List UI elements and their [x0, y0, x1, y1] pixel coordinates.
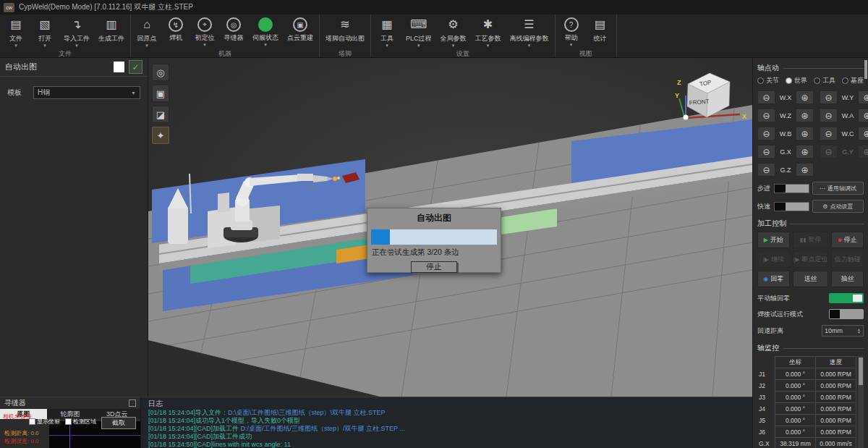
- axis-minus-button-gz[interactable]: ⊖: [757, 163, 775, 177]
- axis-plus-button-gz[interactable]: ⊕: [796, 163, 814, 177]
- camera-status-text: 相机未连接: [3, 413, 32, 420]
- viewport-3d[interactable]: TOP FRONT Z Y X ◎▣◪✦ 自动出图 正在尝试生成第 3/20 条…: [148, 58, 752, 397]
- ribbon-button-home-origin[interactable]: ⌂回原点▾: [137, 16, 157, 48]
- axis-minus-button-gx[interactable]: ⊖: [757, 145, 775, 159]
- axis-minus-button-wc[interactable]: ⊖: [820, 127, 838, 140]
- cube-origin-dot: [684, 115, 689, 120]
- log-entry: [01/18 15:24:04]导入文件：D:\桌面\工件图纸\三维图纸（ste…: [148, 409, 745, 417]
- log-lines: [01/18 15:24:04]导入文件：D:\桌面\工件图纸\三维图纸（ste…: [148, 409, 745, 448]
- ribbon-button-file[interactable]: ▤文件▾: [6, 16, 26, 48]
- axis-debug-button[interactable]: ⋯ 通用轴调试: [812, 182, 864, 195]
- axis-jog-grid: ⊖W.X⊕⊖W.Y⊕⊖W.Z⊕⊖W.A⊕⊖W.B⊕⊖W.C⊕⊖G.X⊕⊖G.Y⊕…: [757, 90, 864, 177]
- ribbon-button-servo-status[interactable]: 伺服状态▾: [252, 16, 278, 48]
- point-cloud-rebuild-icon: ▣: [293, 17, 307, 32]
- retreat-distance-spinner[interactable]: 10mm ▲▼: [822, 325, 864, 337]
- expand-icon[interactable]: [129, 400, 136, 407]
- axis-cell-wy: ⊖W.Y⊕: [820, 90, 868, 104]
- ribbon-button-help[interactable]: ?帮助▾: [561, 16, 582, 48]
- monitor-row-J4: J40.000 °0.000 RPM: [757, 403, 856, 415]
- fast-slider[interactable]: [774, 202, 809, 211]
- monitor-row-J1: J10.000 °0.000 RPM: [757, 368, 856, 380]
- process-params-icon: ✱: [483, 16, 493, 33]
- jog-settings-button[interactable]: ⚙ 点动设置: [812, 200, 864, 213]
- wire-retract-button[interactable]: 抽丝: [831, 271, 864, 287]
- log-title: 日志: [148, 399, 163, 409]
- dialog-stop-button[interactable]: 停止: [411, 261, 457, 273]
- monitor-row-J6: J60.000 °0.000 RPM: [757, 426, 856, 438]
- axis-label-wx: W.X: [778, 94, 793, 101]
- weld-trial-toggle[interactable]: [829, 309, 864, 319]
- axis-minus-button-gy[interactable]: ⊖: [820, 145, 838, 159]
- stop-button[interactable]: ■停止: [831, 232, 864, 248]
- jog-mode-world[interactable]: 世界: [786, 76, 807, 85]
- confirm-check-button[interactable]: ✓: [129, 60, 142, 74]
- gear-icon: ⚙: [822, 203, 827, 210]
- section-view-icon[interactable]: ◪: [152, 106, 169, 123]
- home-zero-button[interactable]: ◉回零: [757, 271, 790, 287]
- radio-icon: [786, 77, 792, 84]
- ribbon-button-initial-position[interactable]: ⌖初定位▾: [195, 16, 215, 48]
- capture-button[interactable]: 截取: [101, 417, 136, 429]
- axis-plus-button-wc[interactable]: ⊕: [858, 127, 868, 140]
- stop-label: 停止: [844, 235, 857, 245]
- jog-mode-base[interactable]: 基座: [842, 76, 864, 85]
- ribbon-button-plc-process[interactable]: ⌨PLC过程▾: [406, 16, 432, 48]
- cube-front-label: FRONT: [689, 98, 710, 106]
- seam-finder-title: 寻缝器: [4, 398, 26, 408]
- open-icon: ▧: [39, 16, 50, 33]
- axis-minus-button-wx[interactable]: ⊖: [757, 90, 775, 104]
- axis-minus-button-wy[interactable]: ⊖: [820, 90, 838, 104]
- pick-tool-icon[interactable]: ✦: [152, 127, 169, 144]
- axis-plus-button-gy[interactable]: ⊕: [858, 145, 868, 159]
- axis-plus-button-gx[interactable]: ⊕: [796, 145, 814, 159]
- jog-section-title: 轴点动: [757, 63, 779, 73]
- jog-mode-tool[interactable]: 工具: [814, 76, 835, 85]
- fit-view-icon[interactable]: ◎: [152, 64, 169, 81]
- right-panel-scrollbar[interactable]: [864, 60, 867, 79]
- monitor-axis-label: J5: [757, 415, 775, 426]
- tools-icon: ▦: [381, 16, 392, 33]
- monitor-scrollbar[interactable]: [858, 356, 864, 448]
- translation-home-toggle[interactable]: [829, 293, 864, 303]
- ribbon-button-point-cloud-rebuild[interactable]: ▣点云重建: [287, 16, 313, 48]
- template-dropdown[interactable]: H钢 ▼: [33, 86, 140, 99]
- viewport-toolbar: ◎▣◪✦: [152, 64, 169, 144]
- monitor-coord-value: 0.000 °: [775, 426, 816, 438]
- spinner-arrows-icon[interactable]: ▲▼: [857, 328, 861, 334]
- checkbox-detect-region[interactable]: 检测区域: [65, 418, 96, 426]
- axis-plus-button-wx[interactable]: ⊕: [796, 90, 814, 104]
- axis-plus-button-wb[interactable]: ⊕: [796, 127, 814, 140]
- home-origin-icon: ⌂: [143, 16, 150, 33]
- stop-icon: ■: [838, 237, 842, 243]
- ribbon-button-offline-programming-params[interactable]: ☰离线编程参数▾: [510, 16, 549, 48]
- ribbon-button-import-workpiece[interactable]: ↴导入工件▾: [64, 16, 90, 48]
- ribbon-button-process-params[interactable]: ✱工艺参数▾: [475, 16, 501, 48]
- continue-label: 继续: [771, 255, 784, 264]
- start-button[interactable]: ▶开始: [757, 232, 790, 248]
- ribbon-button-seam-finder[interactable]: ◎寻缝器: [224, 16, 244, 48]
- ribbon-button-global-params[interactable]: ⚙全局参数▾: [441, 16, 467, 48]
- checkbox-show-coords[interactable]: 显示坐标: [29, 418, 60, 426]
- orbit-view-icon[interactable]: ▣: [152, 85, 169, 102]
- axis-minus-button-wz[interactable]: ⊖: [757, 109, 775, 122]
- axis-x-label: X: [742, 113, 746, 120]
- axis-minus-button-wa[interactable]: ⊖: [820, 109, 838, 122]
- ribbon-group-file: ▤文件▾▧打开▾↴导入工件▾▥生成工件文件: [0, 14, 131, 57]
- jog-mode-joint[interactable]: 关节: [757, 76, 779, 85]
- axis-plus-button-wa[interactable]: ⊕: [858, 109, 868, 122]
- wire-feed-button[interactable]: 送丝: [793, 271, 829, 287]
- seam-finder-label: 寻缝器: [224, 33, 244, 43]
- progress-bar: [371, 229, 497, 245]
- ribbon-button-statistics[interactable]: ▤统计: [590, 16, 610, 48]
- color-swatch[interactable]: [114, 62, 124, 72]
- ribbon-button-generate-workpiece[interactable]: ▥生成工件: [98, 16, 124, 48]
- axis-plus-button-wz[interactable]: ⊕: [796, 109, 814, 122]
- ribbon-button-welder[interactable]: ↯焊机: [166, 16, 186, 48]
- ribbon-button-tools[interactable]: ▦工具▾: [377, 16, 397, 48]
- ribbon-button-open[interactable]: ▧打开▾: [35, 16, 55, 48]
- axis-plus-button-wy[interactable]: ⊕: [858, 90, 868, 104]
- ribbon-button-tower-foot-auto-drawing[interactable]: ≋塔脚自动出图: [326, 16, 365, 48]
- step-slider[interactable]: [774, 184, 809, 193]
- axis-minus-button-wb[interactable]: ⊖: [757, 127, 775, 140]
- pause-icon: ▮▮: [800, 237, 807, 243]
